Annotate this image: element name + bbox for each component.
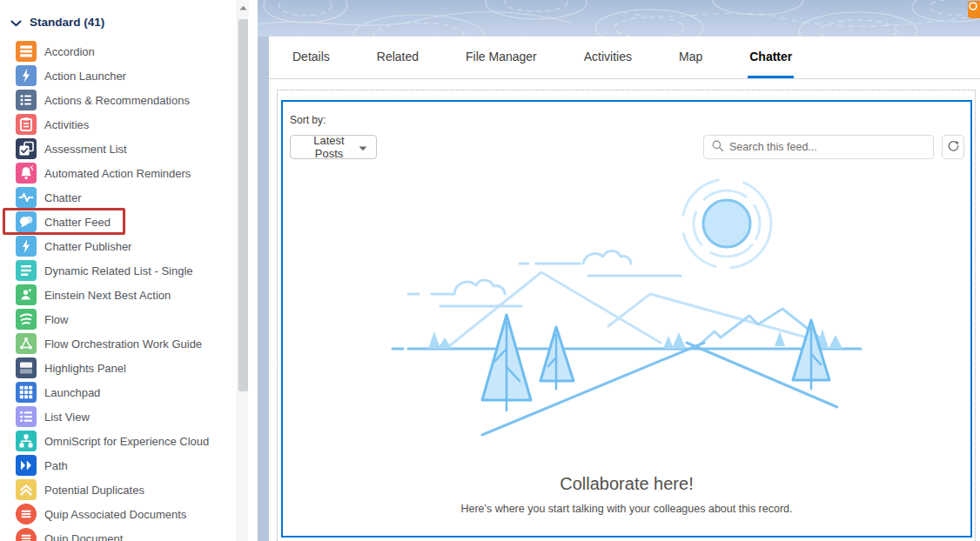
sidebar-item-chatter[interactable]: Chatter [0,185,237,210]
sidebar-item-flow-orchestration-work-guide[interactable]: Flow Orchestration Work Guide [0,331,237,356]
page-header-banner [258,0,980,37]
sidebar-item-quip-associated-documents[interactable]: Quip Associated Documents [0,502,237,526]
feed-search-input[interactable] [729,141,926,153]
record-page-canvas: DetailsRelatedFile ManagerActivitiesMapC… [258,0,980,541]
empty-state-subtitle: Here's where you start talking with your… [283,503,970,515]
sidebar-item-label: Chatter Publisher [44,240,131,253]
topographic-pattern [258,0,980,37]
tab-label: Details [292,50,330,63]
chatter-feed-component[interactable]: Sort by: Latest Posts [281,100,972,538]
sidebar-item-dynamic-related-list-single[interactable]: Dynamic Related List - Single [0,258,237,283]
tab-label: Chatter [749,50,792,63]
sidebar-item-einstein-next-best-action[interactable]: Einstein Next Best Action [0,283,237,307]
tab-content-dropzone: Sort by: Latest Posts [277,90,976,541]
tab-label: Map [679,50,702,63]
empty-state-title: Collaborate here! [283,474,970,494]
einstein-next-best-action-icon [16,284,37,305]
tab-related[interactable]: Related [375,37,420,78]
launchpad-icon [16,382,37,403]
sidebar-item-highlights-panel[interactable]: Highlights Panel [0,356,237,380]
search-icon [711,139,724,156]
sidebar-item-label: List View [44,411,90,424]
sidebar-item-label: Automated Action Reminders [44,167,191,180]
sidebar-item-flow[interactable]: Flow [0,307,237,331]
flow-icon [16,309,37,330]
sidebar-item-automated-action-reminders[interactable]: Automated Action Reminders [0,161,237,185]
sidebar-item-label: Assessment List [44,143,127,156]
chevron-down-icon [359,141,367,154]
canvas-left-rail [258,37,269,541]
components-sidebar: Standard (41) Accordion Action Launcher … [0,0,237,541]
tab-details[interactable]: Details [291,37,332,78]
refresh-icon [947,139,960,155]
sidebar-item-label: OmniScript for Experience Cloud [44,435,209,448]
highlights-panel-icon [16,357,37,378]
actions-recommendations-icon [16,90,37,110]
sidebar-item-label: Potential Duplicates [44,484,144,497]
sidebar-item-launchpad[interactable]: Launchpad [0,380,237,404]
org-badge-icon[interactable] [968,1,980,18]
action-launcher-icon [16,65,37,86]
standard-components-section-label: Standard (41) [30,16,104,29]
sidebar-item-label: Quip Document [44,532,123,541]
automated-action-reminders-icon [16,163,37,184]
sidebar-item-label: Accordion [44,45,95,58]
sidebar-item-label: Action Launcher [44,70,126,83]
chatter-icon [16,187,37,208]
scroll-up-arrow-icon[interactable] [238,0,249,16]
sidebar-item-chatter-publisher[interactable]: Chatter Publisher [0,234,237,258]
sidebar-item-omniscript-for-experience-cloud[interactable]: OmniScript for Experience Cloud [0,429,237,453]
refresh-button[interactable] [942,135,964,159]
dynamic-related-list-icon [16,260,37,281]
potential-duplicates-icon [16,479,37,500]
chatter-feed-icon [16,211,37,232]
app-builder-stage: Standard (41) Accordion Action Launcher … [0,0,980,541]
activities-icon [16,114,37,135]
path-icon [16,455,37,476]
tab-chatter[interactable]: Chatter [748,37,794,78]
omniscript-icon [16,431,37,451]
sidebar-item-label: Flow Orchestration Work Guide [44,337,202,351]
sidebar-item-actions-recommendations[interactable]: Actions & Recommendations [0,88,237,112]
sort-dropdown[interactable]: Latest Posts [290,135,377,159]
tab-file-manager[interactable]: File Manager [464,37,539,78]
chevron-down-icon [10,15,22,30]
sidebar-item-label: Path [44,459,68,472]
tab-label: Activities [584,50,632,63]
sidebar-item-label: Einstein Next Best Action [44,289,171,302]
scrollbar-thumb[interactable] [238,19,248,391]
standard-components-section-header[interactable]: Standard (41) [0,0,237,33]
sort-dropdown-value: Latest Posts [299,134,359,160]
sidebar-item-quip-document[interactable]: Quip Document [0,526,237,541]
feed-search-box [703,135,934,159]
sidebar-item-activities[interactable]: Activities [0,112,237,137]
sidebar-item-accordion[interactable]: Accordion [0,39,237,63]
sidebar-item-label: Activities [44,118,89,131]
sidebar-item-action-launcher[interactable]: Action Launcher [0,63,237,88]
quip-icon [16,504,37,524]
flow-orchestration-icon [16,333,37,354]
sidebar-item-chatter-feed[interactable]: Chatter Feed [0,210,237,234]
sidebar-item-label: Chatter Feed [44,216,111,229]
tab-label: File Manager [466,50,537,63]
list-view-icon [16,406,37,427]
component-list: Accordion Action Launcher Actions & Reco… [0,39,237,541]
sidebar-item-assessment-list[interactable]: Assessment List [0,137,237,161]
accordion-icon [16,41,37,62]
sidebar-scrollbar[interactable] [237,0,248,541]
assessment-list-icon [16,138,37,159]
chatter-publisher-icon [16,236,37,257]
sidebar-item-label: Highlights Panel [44,362,126,375]
sidebar-item-potential-duplicates[interactable]: Potential Duplicates [0,478,237,502]
tab-map[interactable]: Map [677,37,704,78]
sidebar-item-label: Dynamic Related List - Single [44,264,193,277]
quip-icon [16,528,37,541]
sidebar-item-path[interactable]: Path [0,453,237,478]
sidebar-item-list-view[interactable]: List View [0,404,237,429]
empty-feed-illustration [383,170,870,465]
sidebar-item-label: Quip Associated Documents [44,508,186,521]
sort-by-label: Sort by: [290,114,326,126]
tab-label: Related [377,50,419,63]
tab-activities[interactable]: Activities [582,37,634,78]
sidebar-item-label: Launchpad [44,386,100,399]
